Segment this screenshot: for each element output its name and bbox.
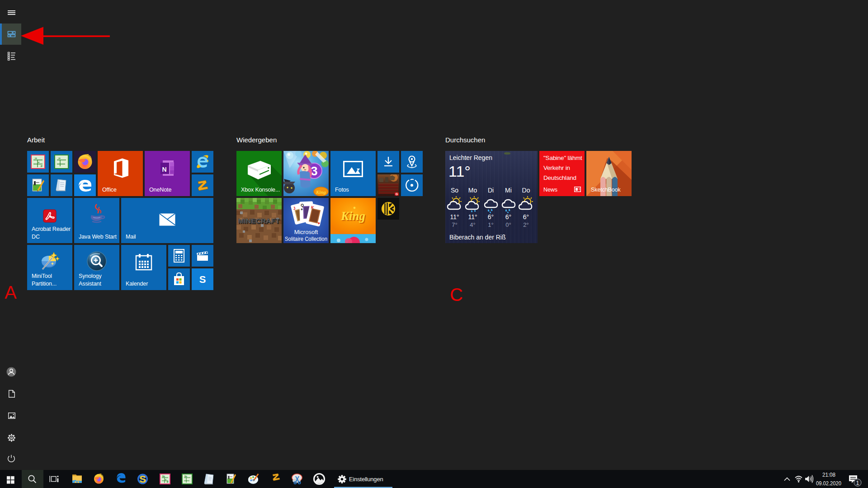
svg-text:N: N bbox=[162, 166, 167, 173]
svg-text::n: :n bbox=[58, 157, 61, 160]
svg-text::n: :n bbox=[34, 157, 37, 160]
svg-text:21:08: 21:08 bbox=[822, 472, 835, 478]
svg-text:G: G bbox=[396, 192, 398, 196]
svg-text:1: 1 bbox=[856, 480, 859, 486]
svg-text:6n: 6n bbox=[184, 475, 187, 478]
svg-text:MINECRAFT: MINECRAFT bbox=[238, 217, 280, 225]
svg-text:Microsoft: Microsoft bbox=[294, 229, 318, 235]
svg-text:S: S bbox=[199, 274, 206, 285]
svg-text:6n: 6n bbox=[162, 475, 165, 478]
svg-text:09.02.2020: 09.02.2020 bbox=[816, 480, 841, 487]
svg-text:P: P bbox=[41, 165, 42, 168]
svg-text:S: S bbox=[139, 474, 146, 485]
svg-text:Solitaire Collection: Solitaire Collection bbox=[285, 235, 327, 242]
svg-text:King: King bbox=[316, 189, 326, 195]
svg-text:King: King bbox=[340, 209, 365, 223]
svg-text:Einstellungen: Einstellungen bbox=[349, 476, 383, 483]
svg-text:v: v bbox=[165, 478, 166, 481]
